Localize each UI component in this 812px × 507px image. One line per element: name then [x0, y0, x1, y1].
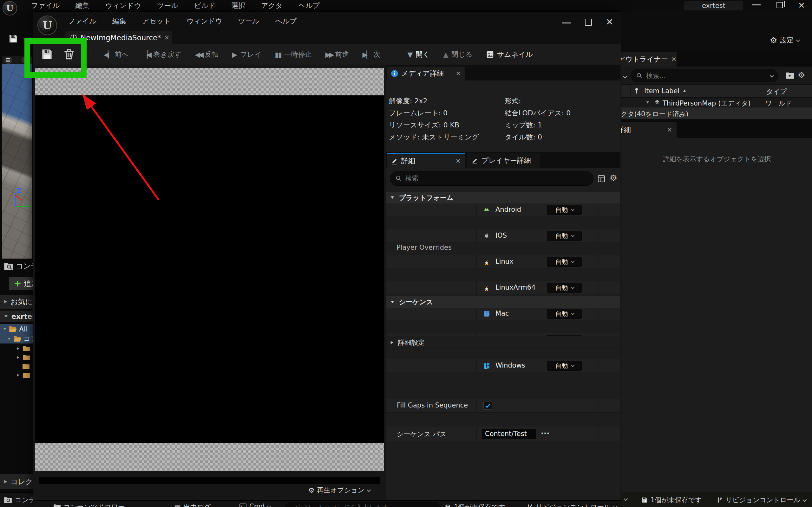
pause-button[interactable]: ▮▮一時停止 [275, 50, 312, 59]
column-item-label[interactable]: Item Label [644, 87, 679, 95]
browse-ellipsis-button[interactable]: ... [541, 427, 549, 436]
details-settings-gear-icon[interactable]: ⚙ [610, 173, 617, 183]
player-details-tab[interactable]: プレイヤー詳細 [467, 153, 540, 168]
ios-player-dropdown[interactable]: 自動 [547, 231, 582, 241]
menu-help[interactable]: ヘルプ [297, 0, 322, 11]
branch-icon [527, 504, 533, 507]
outliner-settings-gear-icon[interactable]: ⚙ [798, 70, 805, 80]
platform-section-header[interactable]: プラットフォーム [386, 192, 620, 204]
tab-close-icon[interactable]: ✕ [164, 34, 170, 42]
menu-asset[interactable]: アセット [140, 15, 172, 27]
pin-icon[interactable] [633, 87, 640, 95]
add-button[interactable]: + 追加 [9, 277, 33, 290]
rewind-button[interactable]: ▕◀巻き戻す [142, 50, 182, 59]
windows-player-dropdown[interactable]: 自動 [547, 361, 582, 371]
menu-select[interactable]: 選択 [229, 0, 247, 11]
revision-control-button[interactable]: リビジョンコントロール [716, 496, 806, 504]
toolbar-separator [394, 48, 394, 61]
output-log-button[interactable]: 出力ログ [174, 503, 211, 507]
editor-close-button[interactable]: ✕ [606, 17, 613, 27]
editor-maximize-button[interactable] [585, 19, 592, 26]
menu-help[interactable]: ヘルプ [273, 15, 299, 27]
project-root-row[interactable]: exrtest [0, 311, 33, 322]
menu-file[interactable]: ファイル [29, 0, 61, 11]
save-toolbar-icon[interactable] [8, 33, 19, 44]
tab-close-icon[interactable]: ✕ [455, 70, 461, 77]
menu-edit[interactable]: 編集 [73, 0, 91, 11]
forward-button[interactable]: ▶▶前進 [325, 50, 349, 59]
linux-player-dropdown[interactable]: 自動 [547, 257, 582, 267]
linuxarm64-player-dropdown[interactable]: 自動 [547, 283, 582, 293]
content-drawer-button[interactable]: コンテンツドロワー [53, 503, 125, 507]
menu-tools[interactable]: ツール [155, 0, 180, 11]
cmd-dropdown[interactable]: Cmd [239, 503, 270, 507]
folder-row[interactable] [0, 344, 33, 353]
menu-edit[interactable]: 編集 [110, 15, 128, 27]
media-detail-resource-size: リソースサイズ: 0 KB [389, 120, 459, 130]
reverse-button[interactable]: ◀◀反転 [195, 50, 218, 59]
folder-row-selected[interactable]: コンテンツ [0, 334, 33, 343]
menu-window[interactable]: ウィンドウ [185, 15, 224, 27]
collections-row[interactable]: コレクション [0, 474, 33, 489]
advanced-section-header[interactable]: 詳細設定 [386, 336, 620, 349]
folder-row[interactable] [0, 353, 33, 361]
android-player-dropdown[interactable]: 自動 [547, 205, 582, 215]
outliner-row-world[interactable]: ThirdPersonMap (エディタ) ワールド [621, 98, 812, 107]
tab-close-icon[interactable]: ✕ [667, 126, 672, 134]
close-media-button[interactable]: ▲閉じる [443, 50, 473, 59]
menu-window[interactable]: ウィンドウ [103, 0, 143, 11]
unsaved-indicator[interactable]: * 1個が未保存です [641, 496, 702, 504]
play-button[interactable]: ▶プレイ [232, 50, 261, 59]
content-drawer-label: コンテンツドロワー [14, 495, 33, 505]
collections-label: コレクション [10, 477, 33, 487]
menu-actor[interactable]: アクタ [259, 0, 285, 11]
editor-minimize-button[interactable] [562, 22, 571, 23]
display-filter-icon[interactable] [597, 174, 606, 183]
sequence-path-field[interactable]: Content/Test [482, 429, 537, 439]
window-close-button[interactable]: ✕ [798, 1, 805, 10]
menu-file[interactable]: ファイル [66, 15, 98, 27]
details-tab[interactable]: 詳細 ✕ [387, 153, 465, 168]
menu-build[interactable]: ビルド [192, 0, 217, 11]
favorites-row[interactable]: お気に入り [0, 295, 33, 308]
tab-close-icon[interactable]: ✕ [671, 55, 676, 63]
chevron-down-icon [796, 38, 800, 42]
previous-button[interactable]: ◀▏前へ [104, 50, 129, 59]
playback-options-button[interactable]: ⚙ 再生オプション [306, 486, 370, 495]
revision-control-button[interactable]: リビジョンコントロール [527, 503, 616, 507]
right-details-tab[interactable]: 詳細 ✕ [621, 122, 676, 138]
menu-tools[interactable]: ツール [236, 15, 261, 27]
project-name-button[interactable]: exrtest [684, 1, 743, 10]
details-search-input[interactable]: 検索 [390, 171, 594, 186]
outliner-tab[interactable]: アウトライナー ✕ [621, 52, 676, 66]
next-button[interactable]: ▶▏次 [362, 50, 380, 59]
thumbnail-button[interactable]: サムネイル [486, 50, 533, 59]
outliner-search-input[interactable]: 検索... [630, 69, 778, 82]
tab-close-icon[interactable]: ✕ [455, 157, 461, 165]
add-folder-icon[interactable] [785, 72, 794, 79]
level-viewport[interactable]: Z [2, 56, 32, 259]
folder-row-all[interactable]: All [0, 324, 33, 334]
console-command-input[interactable]: コンソールコマンドを入力します [285, 502, 440, 507]
media-details-tab[interactable]: i メディア詳細 ✕ [387, 66, 465, 80]
unsaved-indicator[interactable]: * 1個が未保存です [444, 503, 505, 507]
open-button[interactable]: ▼開く [407, 50, 429, 59]
viewport-scene [2, 64, 32, 259]
sequence-section-header[interactable]: シーケンス [386, 296, 620, 308]
chevron-down-icon[interactable] [624, 497, 628, 501]
mac-player-dropdown[interactable]: 自動 [547, 309, 582, 319]
folder-row[interactable] [0, 362, 33, 371]
gear-icon: ⚙ [308, 487, 315, 494]
main-status-content-drawer[interactable]: コンテンツドロワー [0, 493, 33, 507]
window-minimize-button[interactable] [752, 4, 761, 5]
settings-button[interactable]: ⚙ 設定 [770, 36, 799, 45]
platform-row-android: Android 自動 [386, 204, 620, 216]
column-type-label[interactable]: タイプ [766, 87, 786, 96]
playback-scrubber[interactable] [39, 477, 380, 484]
chevron-down-icon[interactable] [623, 74, 627, 78]
viewport-menu-button[interactable] [4, 57, 12, 64]
folder-row[interactable] [0, 371, 33, 379]
media-viewer[interactable] [35, 95, 384, 443]
fill-gaps-checkbox[interactable] [484, 401, 492, 410]
console-icon [239, 503, 247, 507]
